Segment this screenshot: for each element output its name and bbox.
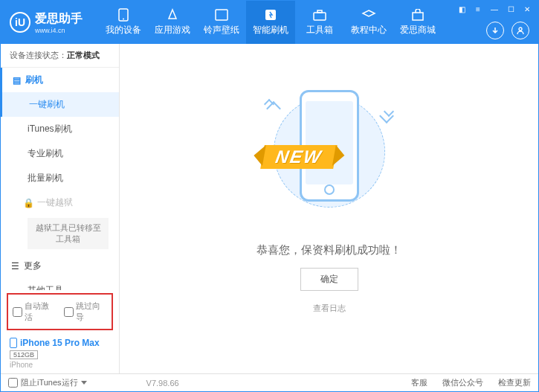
skip-setup-option[interactable]: 跳过向导 — [64, 301, 108, 323]
nav-label: 应用游戏 — [155, 24, 190, 36]
app-subtitle: www.i4.cn — [35, 27, 83, 34]
svg-rect-2 — [216, 10, 227, 20]
menu-icon[interactable]: ≡ — [473, 4, 483, 14]
device-storage: 512GB — [10, 350, 38, 359]
nav-apps-games[interactable]: 应用游戏 — [148, 1, 197, 44]
chevron-down-icon — [81, 381, 87, 385]
svg-point-1 — [123, 19, 124, 20]
user-icon[interactable] — [511, 22, 529, 39]
nav-label: 爱思商城 — [400, 24, 436, 36]
logo: iU 爱思助手 www.i4.cn — [10, 11, 83, 34]
wechat-link[interactable]: 微信公众号 — [442, 377, 483, 388]
connection-status: 设备连接状态：正常模式 — [1, 44, 119, 68]
sub-label: 一键刷机 — [29, 99, 65, 109]
group-label: 刷机 — [25, 74, 43, 86]
update-link[interactable]: 检查更新 — [498, 377, 531, 388]
device-info: iPhone 15 Pro Max 512GB iPhone — [1, 333, 119, 373]
nav-tutorials[interactable]: 教程中心 — [344, 1, 393, 44]
svg-rect-6 — [413, 13, 423, 20]
sub-label: 专业刷机 — [28, 148, 63, 158]
version-label: V7.98.66 — [146, 379, 179, 388]
skin-icon[interactable]: ◧ — [456, 4, 467, 14]
sidebar-options: 自动激活 跳过向导 — [7, 293, 113, 330]
success-message: 恭喜您，保资料刷机成功啦！ — [256, 243, 401, 257]
skip-setup-checkbox[interactable] — [64, 307, 74, 317]
check-label: 自动激活 — [25, 301, 57, 323]
device-type: iPhone — [10, 361, 110, 369]
close-icon[interactable]: ✕ — [522, 4, 532, 14]
sub-label: 批量刷机 — [28, 173, 63, 183]
maximize-icon[interactable]: ☐ — [506, 4, 516, 14]
block-itunes-option[interactable]: 阻止iTunes运行 — [8, 377, 87, 388]
device-name[interactable]: iPhone 15 Pro Max — [10, 338, 110, 348]
device-phone-icon — [10, 338, 17, 348]
jailbreak-note[interactable]: 越狱工具已转移至工具箱 — [28, 218, 109, 249]
main-content: NEW 恭喜您，保资料刷机成功啦！ 确定 查看日志 — [120, 44, 538, 373]
check-label: 跳过向导 — [76, 301, 108, 323]
lock-icon: 🔒 — [23, 198, 34, 208]
main-nav: 我的设备 应用游戏 铃声壁纸 智能刷机 工具箱 教程中心 爱思商城 — [99, 1, 442, 44]
group-label: 更多 — [24, 260, 42, 272]
wallpaper-icon — [214, 8, 229, 22]
shop-icon — [410, 8, 425, 22]
svg-rect-8 — [10, 338, 17, 348]
logo-badge-icon: iU — [10, 12, 30, 33]
conn-value: 正常模式 — [67, 51, 100, 60]
appstore-icon — [165, 8, 180, 22]
nav-label: 我的设备 — [106, 24, 141, 36]
nav-label: 智能刷机 — [253, 24, 288, 36]
phone-icon — [116, 8, 131, 22]
nav-my-device[interactable]: 我的设备 — [99, 1, 148, 44]
svg-rect-4 — [314, 13, 326, 20]
body-area: 设备连接状态：正常模式 ▤ 刷机 一键刷机 iTunes刷机 专业刷机 批量刷机… — [1, 44, 538, 373]
nav-store[interactable]: 爱思商城 — [393, 1, 442, 44]
status-bar: 阻止iTunes运行 V7.98.66 客服 微信公众号 检查更新 — [1, 373, 538, 391]
conn-prefix: 设备连接状态： — [10, 51, 67, 60]
header-actions — [486, 22, 529, 39]
svg-point-7 — [519, 28, 522, 30]
download-icon[interactable] — [486, 22, 504, 39]
svg-rect-5 — [317, 10, 322, 13]
success-illustration: NEW — [233, 81, 426, 228]
sidebar-group-flash[interactable]: ▤ 刷机 — [1, 68, 119, 92]
window-controls: ◧ ≡ — ☐ ✕ — [456, 4, 532, 14]
nav-label: 工具箱 — [306, 24, 333, 36]
group-label: 一键越狱 — [37, 196, 73, 209]
sidebar-group-more[interactable]: ☰ 更多 — [1, 254, 119, 278]
toolbox-icon — [312, 8, 327, 22]
support-link[interactable]: 客服 — [411, 377, 427, 388]
flash-icon — [263, 8, 278, 22]
block-itunes-label: 阻止iTunes运行 — [21, 377, 78, 388]
nav-ringtones[interactable]: 铃声壁纸 — [197, 1, 246, 44]
auto-activate-checkbox[interactable] — [13, 307, 22, 317]
sidebar-item-other-tools[interactable]: 其他工具 — [1, 278, 119, 290]
sidebar-item-onekey[interactable]: 一键刷机 — [1, 92, 119, 117]
ok-button[interactable]: 确定 — [300, 268, 358, 291]
graduation-icon — [361, 8, 376, 22]
list-icon: ▤ — [13, 75, 21, 86]
sidebar: 设备连接状态：正常模式 ▤ 刷机 一键刷机 iTunes刷机 专业刷机 批量刷机… — [1, 44, 120, 373]
sub-label: iTunes刷机 — [28, 123, 72, 134]
sidebar-group-jailbreak[interactable]: 🔒 一键越狱 — [1, 190, 119, 215]
more-icon: ☰ — [11, 261, 19, 271]
auto-activate-option[interactable]: 自动激活 — [13, 301, 57, 323]
sidebar-item-pro[interactable]: 专业刷机 — [1, 141, 119, 166]
nav-label: 教程中心 — [351, 24, 387, 36]
device-name-text: iPhone 15 Pro Max — [20, 338, 100, 348]
view-log-link[interactable]: 查看日志 — [313, 303, 346, 314]
sidebar-item-batch[interactable]: 批量刷机 — [1, 166, 119, 190]
sub-label: 其他工具 — [28, 285, 63, 290]
new-banner: NEW — [260, 145, 338, 169]
block-itunes-checkbox[interactable] — [8, 378, 18, 388]
status-links: 客服 微信公众号 检查更新 — [411, 377, 531, 388]
nav-label: 铃声壁纸 — [204, 24, 239, 36]
sidebar-item-itunes[interactable]: iTunes刷机 — [1, 117, 119, 141]
app-title: 爱思助手 — [35, 11, 83, 27]
minimize-icon[interactable]: — — [489, 4, 500, 14]
nav-smart-flash[interactable]: 智能刷机 — [246, 1, 295, 44]
app-header: iU 爱思助手 www.i4.cn 我的设备 应用游戏 铃声壁纸 智能刷机 工具… — [1, 1, 538, 44]
nav-toolbox[interactable]: 工具箱 — [295, 1, 344, 44]
sidebar-tree: ▤ 刷机 一键刷机 iTunes刷机 专业刷机 批量刷机 🔒 一键越狱 越狱工具… — [1, 68, 119, 290]
